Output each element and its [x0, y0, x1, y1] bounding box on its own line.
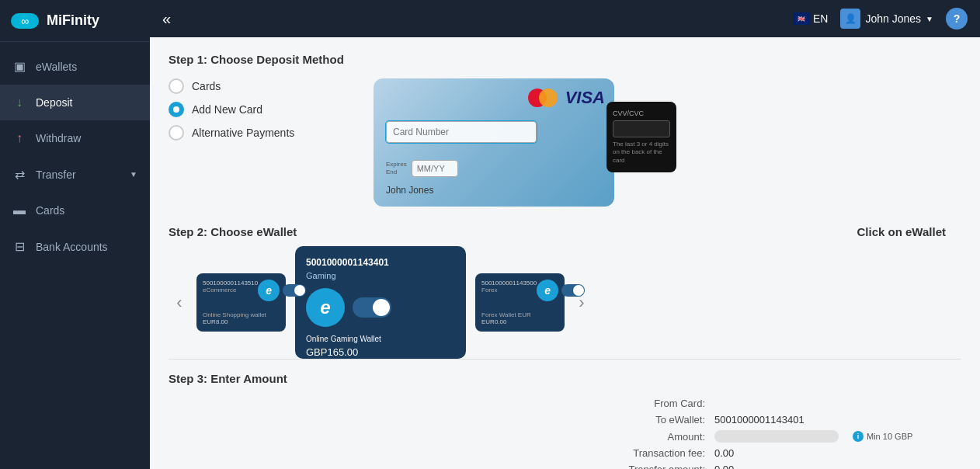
card-visual-wrapper: VISA Expires End John Jones [374, 78, 614, 207]
ewallet-number: 5001000001143500 [481, 280, 537, 287]
cvv-panel: CVV/CVC The last 3 or 4 digits on the ba… [606, 102, 676, 172]
card-visual: VISA Expires End John Jones [374, 78, 614, 207]
sidebar-item-transfer[interactable]: ⇄ Transfer ▼ [0, 156, 150, 193]
deposit-method-options: Cards Add New Card Alternative Payments [169, 78, 308, 141]
up-arrow-icon: ↑ [12, 131, 26, 145]
transfer-icon: ⇄ [12, 167, 26, 182]
card-number-wrapper [386, 121, 537, 143]
to-ewallet-label: To eWallet: [604, 414, 705, 426]
transaction-fee-row: Transaction fee: 0.00 [604, 447, 961, 459]
amount-label: Amount: [604, 431, 705, 443]
logo-icon [11, 13, 39, 29]
step2-section: Step 2: Choose eWallet Click on eWallet … [169, 225, 961, 359]
sidebar-item-label: eWallets [36, 61, 77, 73]
sidebar-nav: ▣ eWallets ↓ Deposit ↑ Withdraw ⇄ Transf… [0, 42, 150, 469]
ewallet-card-active[interactable]: 5001000001143401 Gaming e Online Gaming … [295, 246, 466, 359]
wallet-balance: EUR0.00 [481, 318, 558, 325]
sidebar: MiFinity ▣ eWallets ↓ Deposit ↑ Withdraw… [0, 0, 150, 469]
bank-icon: ⊟ [12, 239, 26, 254]
active-ewallet-logo-icon: e [306, 288, 345, 327]
mastercard-logo [528, 89, 558, 107]
radio-alternative-payments[interactable]: Alternative Payments [169, 125, 308, 141]
card-top: 5001000001143510 eCommerce e [203, 280, 280, 301]
to-ewallet-row: To eWallet: 5001000001143401 [604, 414, 961, 426]
expiry-label: Expires End [386, 161, 407, 175]
transaction-fee-label: Transaction fee: [604, 447, 705, 459]
radio-cards[interactable]: Cards [169, 78, 308, 94]
sidebar-item-bank-accounts[interactable]: ⊟ Bank Accounts [0, 228, 150, 265]
sidebar-header: MiFinity [0, 0, 150, 42]
ewallet-card-small-right[interactable]: 5001000001143500 Forex e Forex Wallet EU… [475, 273, 565, 332]
flag-icon: 🇬🇧 [793, 12, 810, 25]
user-menu[interactable]: 👤 John Jones ▼ [840, 9, 933, 29]
ewallet-subtype: eCommerce [203, 287, 258, 294]
toggle-switch[interactable] [561, 284, 585, 297]
sidebar-item-withdraw[interactable]: ↑ Withdraw [0, 120, 150, 156]
ewallet-subtype: Forex [481, 287, 537, 294]
radio-label-alt-payments: Alternative Payments [192, 127, 294, 139]
wallet-desc: Forex Wallet EUR [481, 311, 558, 318]
click-ewallet-label: Click on eWallet [297, 225, 946, 238]
ewallet-card-small-left[interactable]: 5001000001143510 eCommerce e Online Shop… [196, 273, 286, 332]
active-toggle-switch[interactable] [353, 297, 391, 318]
radio-add-new-card[interactable]: Add New Card [169, 102, 308, 117]
language-selector[interactable]: 🇬🇧 EN [793, 12, 828, 25]
step2-top: Step 2: Choose eWallet Click on eWallet [169, 225, 961, 238]
radio-circle-add-new-card [169, 102, 184, 117]
down-arrow-icon: ↓ [12, 96, 26, 109]
to-ewallet-value: 5001000001143401 [714, 414, 805, 426]
carousel-wrapper: ‹ 5001000001143510 eCommerce e [169, 246, 961, 359]
card-number-input[interactable] [386, 121, 537, 143]
step2-header: Step 2: Choose eWallet [169, 225, 297, 238]
radio-circle-alt-payments [169, 125, 184, 141]
chevron-down-icon: ▼ [926, 15, 933, 23]
cardholder-name: John Jones [386, 185, 433, 196]
sidebar-item-label: Withdraw [36, 132, 81, 144]
sidebar-item-label: Bank Accounts [36, 241, 108, 253]
wallet-desc: Online Shopping wallet [203, 311, 280, 318]
from-card-row: From Card: [604, 398, 961, 409]
transfer-amount-value: 0.00 [714, 464, 734, 469]
cvv-label: CVV/CVC [613, 109, 670, 117]
sidebar-item-label: Cards [36, 204, 64, 217]
card-expiry-wrapper: Expires End [386, 160, 458, 177]
step3-form: From Card: To eWallet: 5001000001143401 … [573, 398, 961, 469]
step1-header: Step 1: Choose Deposit Method [169, 53, 961, 66]
carousel-track: 5001000001143510 eCommerce e Online Shop… [196, 246, 565, 359]
step3-header: Step 3: Enter Amount [169, 372, 961, 385]
sidebar-item-deposit[interactable]: ↓ Deposit [0, 85, 150, 120]
user-name: John Jones [865, 12, 921, 25]
topbar-left: « [162, 10, 171, 28]
main-area: « 🇬🇧 EN 👤 John Jones ▼ ? Step 1: Choose … [150, 0, 980, 469]
carousel-prev-button[interactable]: ‹ [169, 292, 190, 314]
sidebar-item-label: Transfer [36, 168, 76, 181]
step1-container: Cards Add New Card Alternative Payments [169, 78, 961, 207]
cvv-hint: The last 3 or 4 digits on the back of th… [613, 141, 670, 165]
min-hint-text: Min 10 GBP [867, 432, 912, 441]
visa-logo: VISA [565, 88, 605, 108]
radio-label-cards: Cards [192, 80, 221, 92]
transaction-fee-value: 0.00 [714, 447, 734, 459]
active-wallet-type: Gaming [306, 271, 455, 280]
ewallet-logo-icon: e [258, 280, 280, 301]
help-button[interactable]: ? [946, 8, 968, 30]
sidebar-item-ewallets[interactable]: ▣ eWallets [0, 48, 150, 85]
content: Step 1: Choose Deposit Method Cards Add … [150, 37, 980, 469]
collapse-button[interactable]: « [162, 10, 171, 28]
transfer-amount-row: Transfer amount: 0.00 [604, 464, 961, 469]
transfer-amount-label: Transfer amount: [604, 464, 705, 469]
amount-slider[interactable] [714, 430, 839, 443]
cvv-input[interactable] [613, 120, 670, 137]
avatar: 👤 [840, 9, 860, 29]
from-card-label: From Card: [604, 398, 705, 409]
ewallet-logo-icon: e [537, 280, 558, 301]
expiry-input[interactable] [412, 160, 458, 177]
wallet-icon: ▣ [12, 59, 26, 74]
card-icon: ▬ [12, 203, 26, 217]
mc-circle-orange [539, 89, 558, 107]
amount-row: Amount: i Min 10 GBP [604, 430, 961, 443]
card-top: 5001000001143500 Forex e [481, 280, 558, 301]
toggle-switch[interactable] [283, 284, 306, 297]
ewallet-number: 5001000001143510 [203, 280, 258, 287]
sidebar-item-cards[interactable]: ▬ Cards [0, 193, 150, 228]
